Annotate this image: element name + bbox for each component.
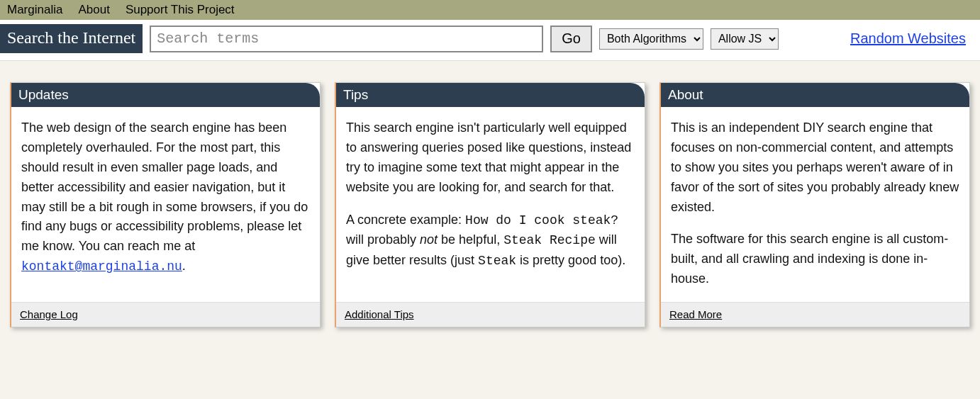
updates-text: The web design of the search engine has …	[21, 120, 308, 253]
search-input[interactable]	[150, 26, 543, 52]
additional-tips-link[interactable]: Additional Tips	[345, 308, 414, 320]
tips-code-1: How do I cook steak?	[465, 213, 618, 227]
card-about-title: About	[661, 83, 969, 107]
card-about: About This is an independent DIY search …	[659, 82, 970, 327]
contact-email-link[interactable]: kontakt@marginalia.nu	[21, 259, 182, 274]
random-websites-link[interactable]: Random Websites	[850, 30, 966, 47]
about-p1: This is an independent DIY search engine…	[671, 118, 959, 217]
card-updates-footer: Change Log	[11, 302, 320, 327]
card-about-body: This is an independent DIY search engine…	[661, 107, 969, 302]
card-tips-body: This search engine isn't particularly we…	[336, 107, 645, 302]
card-tips: Tips This search engine isn't particular…	[335, 82, 645, 327]
read-more-link[interactable]: Read More	[669, 308, 722, 320]
tips-code-2: Steak Recipe	[503, 233, 596, 247]
js-select[interactable]: Allow JS	[711, 28, 779, 50]
nav-link-about[interactable]: About	[78, 3, 109, 17]
algorithm-select[interactable]: Both Algorithms	[599, 28, 703, 50]
tips-code-3: Steak	[478, 254, 516, 268]
tips-p2: A concrete example: How do I cook steak?…	[346, 210, 635, 272]
updates-text-post: .	[182, 259, 186, 273]
card-about-footer: Read More	[661, 302, 969, 327]
nav-link-marginalia[interactable]: Marginalia	[7, 3, 62, 17]
nav-link-support[interactable]: Support This Project	[126, 3, 235, 17]
search-bar: Search the Internet Go Both Algorithms A…	[0, 20, 980, 61]
card-updates-body: The web design of the search engine has …	[11, 107, 320, 302]
card-updates-title: Updates	[11, 83, 320, 107]
go-button[interactable]: Go	[550, 26, 592, 52]
tips-p1: This search engine isn't particularly we…	[346, 118, 635, 198]
top-nav: Marginalia About Support This Project	[0, 0, 980, 20]
change-log-link[interactable]: Change Log	[20, 308, 78, 320]
card-tips-footer: Additional Tips	[336, 302, 645, 327]
card-tips-title: Tips	[336, 83, 645, 107]
card-updates: Updates The web design of the search eng…	[10, 82, 321, 327]
card-row: Updates The web design of the search eng…	[0, 61, 980, 342]
search-label: Search the Internet	[0, 24, 143, 53]
about-p2: The software for this search engine is a…	[671, 230, 959, 289]
tips-em: not	[420, 232, 438, 247]
